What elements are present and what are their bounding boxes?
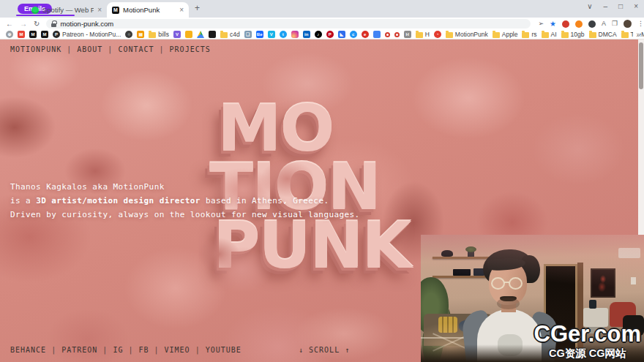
bookmark-folder-motionpunk-icon (446, 32, 453, 38)
link-youtube[interactable]: YOUTUBE (206, 346, 242, 354)
link-motionpunk[interactable]: MOTIONPUNK (10, 45, 61, 53)
bookmark-orange[interactable]: ▤ (137, 31, 144, 38)
bookmark-folder-themill[interactable]: TheMill (621, 31, 644, 38)
bookmarks-overflow-icon[interactable]: » (633, 31, 640, 39)
scroll-indicator[interactable]: ↓ SCROLL ↑ (299, 346, 350, 354)
browser-window: Emails Spotify — Web Player × M MotionPu… (0, 0, 644, 362)
bookmark-folder-h[interactable]: H (416, 31, 430, 38)
adblock-extension-icon[interactable] (562, 20, 569, 28)
profile-avatar[interactable] (624, 20, 632, 28)
bookmark-behance[interactable]: Be (256, 31, 263, 38)
bookmark-pages[interactable]: ❏ (244, 31, 252, 38)
bookmark-c-blue[interactable]: c (350, 31, 357, 38)
bookmark-folder-dmca[interactable]: DMCA (589, 31, 617, 38)
bookmark-motionpunk-2-icon: M (41, 31, 48, 38)
tab-search-icon[interactable]: ∨ (587, 2, 592, 10)
bookmark-e-red[interactable]: e (362, 31, 369, 38)
bookmark-gmail[interactable]: M (18, 31, 25, 38)
back-button[interactable]: ← (6, 20, 13, 28)
separator: | (154, 346, 160, 354)
reload-button[interactable]: ↻ (34, 20, 40, 28)
bookmark-h[interactable]: H (404, 31, 411, 38)
browser-menu-icon[interactable]: ⋮ (637, 20, 644, 27)
bookmark-purple-v-icon: V (173, 31, 181, 38)
bookmark-dark-circle[interactable]: ○ (125, 31, 132, 38)
bookmark-folder-bills[interactable]: bills (149, 31, 169, 38)
forward-button[interactable]: → (20, 20, 27, 28)
hero-letters-row: PUNK (213, 218, 411, 274)
browser-toolbar: ← → ↻ motion-punk.com ➢★A❐⋮ (0, 18, 644, 30)
bookmark-target-1[interactable] (385, 32, 390, 37)
watermark-subtitle: CG资源 CG网站 (534, 347, 641, 361)
new-tab-button[interactable]: + (195, 3, 200, 13)
bookmark-linkedin[interactable]: in (303, 31, 310, 38)
bookmark-folder-rs[interactable]: rs (522, 31, 536, 38)
bookmark-google-drive[interactable] (197, 31, 204, 38)
link-fb[interactable]: FB (138, 346, 149, 354)
bookmark-label: DMCA (599, 31, 617, 38)
translate-extension-icon[interactable]: A (602, 20, 606, 27)
minimize-button[interactable]: – (604, 2, 608, 10)
link-ig[interactable]: IG (113, 346, 123, 354)
dark-extension-icon[interactable] (588, 20, 596, 28)
bookmark-purple-v[interactable]: V (173, 31, 181, 38)
url-text[interactable]: motion-punk.com (60, 20, 113, 28)
bookmark-site[interactable]: ⊕ (6, 31, 13, 38)
bookmark-folder-ai[interactable]: AI (542, 31, 557, 38)
tab-spotify[interactable]: Spotify — Web Player × (26, 2, 107, 18)
window-extension-icon[interactable]: ❐ (612, 20, 618, 27)
bookmark-label: H (425, 31, 430, 38)
bookmark-folder-motionpunk[interactable]: MotionPunk (446, 31, 488, 38)
bookmark-h-icon: H (404, 31, 411, 38)
bookmark-star-icon[interactable]: ★ (550, 20, 556, 28)
link-vimeo[interactable]: VIMEO (165, 346, 190, 354)
share-icon[interactable]: ➢ (538, 20, 544, 27)
bookmark-vimeo[interactable]: V (268, 31, 275, 38)
bookmark-label: rs (531, 31, 536, 38)
bookmark-multicolor-circle-icon: ◔ (434, 31, 441, 38)
bookmark-folder-c4d[interactable]: c4d (220, 31, 240, 38)
bookmark-pinterest[interactable]: P (326, 31, 334, 38)
extensions-area: ➢★A❐⋮ (538, 20, 644, 28)
bookmark-target-2-icon (394, 32, 400, 37)
address-bar[interactable]: motion-punk.com (46, 19, 531, 29)
bookmark-folder-10gb[interactable]: 10gb (561, 31, 585, 38)
spotify-icon (31, 7, 39, 14)
link-projects[interactable]: PROJECTS (170, 45, 211, 53)
separator: | (67, 45, 72, 53)
bookmark-blue-flag[interactable]: ◣ (338, 31, 345, 38)
close-tab-icon[interactable]: × (97, 6, 102, 14)
close-window-button[interactable]: × (634, 2, 638, 10)
bookmark-blue-sq-icon (373, 31, 381, 38)
link-contact[interactable]: CONTACT (118, 45, 154, 53)
bookmark-label: c4d (230, 31, 240, 38)
separator: | (51, 346, 56, 354)
bookmark-twitter[interactable]: t (280, 31, 287, 38)
scrollbar-thumb[interactable] (639, 42, 643, 89)
bookmark-orange-icon: ▤ (137, 31, 144, 38)
bookmark-patreon[interactable]: PPatreon - MotionPu... (53, 31, 121, 38)
bookmark-motionpunk-1-icon: M (29, 31, 37, 38)
link-patreon[interactable]: PATREON (61, 346, 97, 354)
window-controls: ∨ – □ × (587, 2, 638, 10)
bookmark-tiktok[interactable]: ♪ (315, 31, 322, 38)
bookmark-orange-sq[interactable] (185, 31, 192, 38)
bookmark-folder-apple[interactable]: Apple (493, 31, 518, 38)
bookmark-vimeo-icon: V (268, 31, 275, 38)
metamask-fox-icon[interactable] (575, 20, 583, 28)
bookmark-multicolor-circle[interactable]: ◔ (434, 31, 441, 38)
bookmark-black-sq[interactable] (209, 31, 216, 38)
close-tab-icon[interactable]: × (179, 6, 184, 14)
bookmark-dark-circle-icon: ○ (125, 31, 132, 38)
link-behance[interactable]: BEHANCE (10, 346, 46, 354)
bookmark-instagram[interactable] (291, 31, 299, 38)
bookmark-blue-sq[interactable] (373, 31, 381, 38)
tab-motionpunk[interactable]: M MotionPunk × (107, 2, 189, 18)
link-about[interactable]: ABOUT (77, 45, 102, 53)
bookmark-motionpunk-1[interactable]: M (29, 31, 37, 38)
bookmark-site-icon: ⊕ (6, 31, 13, 38)
bookmark-target-2[interactable] (394, 32, 400, 37)
bookmark-motionpunk-2[interactable]: M (41, 31, 48, 38)
maximize-button[interactable]: □ (618, 2, 623, 10)
bookmark-folder-rs-icon (522, 32, 529, 38)
